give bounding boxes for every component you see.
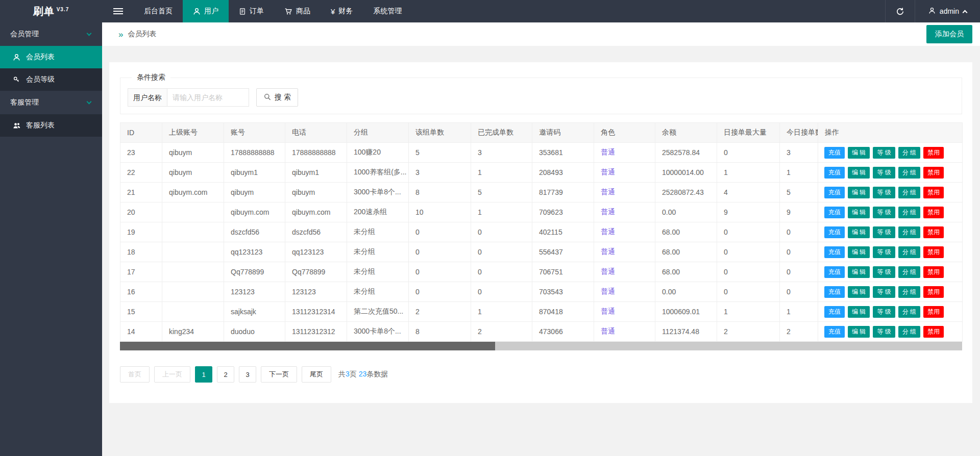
- nav-item-system[interactable]: 系统管理: [363, 0, 412, 22]
- search-icon: [263, 93, 272, 103]
- cell-actions: 充值编 辑等 级分 组禁用: [818, 242, 963, 262]
- disable-button[interactable]: 禁用: [923, 306, 944, 318]
- username-input[interactable]: [167, 88, 249, 107]
- menu-toggle-icon[interactable]: [102, 0, 134, 22]
- nav-item-finance[interactable]: ¥财务: [321, 0, 363, 22]
- page-next-button[interactable]: 下一页: [261, 366, 297, 383]
- cell-group: 3000卡单8个...: [347, 183, 409, 202]
- nav-item-label: 订单: [250, 7, 264, 16]
- group-button[interactable]: 分 组: [898, 326, 920, 338]
- disable-button[interactable]: 禁用: [923, 226, 944, 238]
- disable-button[interactable]: 禁用: [923, 286, 944, 298]
- cell-account: sajksajk: [224, 302, 285, 322]
- group-button[interactable]: 分 组: [898, 306, 920, 318]
- edit-button[interactable]: 编 辑: [848, 167, 870, 179]
- sidebar-item-service-list[interactable]: 客服列表: [0, 114, 102, 137]
- page-number-3[interactable]: 3: [239, 366, 256, 383]
- edit-button[interactable]: 编 辑: [848, 147, 870, 159]
- level-button[interactable]: 等 级: [873, 326, 895, 338]
- recharge-button[interactable]: 充值: [824, 226, 845, 238]
- level-button[interactable]: 等 级: [873, 266, 895, 278]
- recharge-button[interactable]: 充值: [824, 187, 845, 198]
- level-button[interactable]: 等 级: [873, 167, 895, 179]
- edit-button[interactable]: 编 辑: [848, 266, 870, 278]
- group-button[interactable]: 分 组: [898, 226, 920, 238]
- scrollbar-thumb[interactable]: [120, 342, 495, 350]
- add-member-button[interactable]: 添加会员: [926, 25, 972, 43]
- recharge-button[interactable]: 充值: [824, 286, 845, 298]
- cell-invite-code: 473066: [532, 322, 594, 342]
- cell-daily-max: 0: [717, 262, 780, 282]
- cell-parent-account: [162, 242, 224, 262]
- nav-item-users[interactable]: 用户: [183, 0, 229, 22]
- cell-group: 1000养客组(多...: [347, 163, 409, 183]
- level-button[interactable]: 等 级: [873, 147, 895, 159]
- sidebar-item-member-level[interactable]: 会员等级: [0, 68, 102, 91]
- nav-item-home[interactable]: 后台首页: [134, 0, 183, 22]
- disable-button[interactable]: 禁用: [923, 326, 944, 338]
- disable-button[interactable]: 禁用: [923, 167, 944, 179]
- recharge-button[interactable]: 充值: [824, 167, 845, 179]
- refresh-icon[interactable]: [885, 0, 915, 22]
- edit-button[interactable]: 编 辑: [848, 246, 870, 258]
- nav-item-label: 用户: [204, 7, 218, 16]
- cell-balance: 0.00: [655, 282, 717, 302]
- page-number-2[interactable]: 2: [217, 366, 234, 383]
- level-button[interactable]: 等 级: [873, 187, 895, 198]
- cell-daily-max: 0: [717, 143, 780, 163]
- page-first-button: 首页: [120, 366, 150, 383]
- column-header-today-orders: 今日接单数: [780, 123, 818, 143]
- search-button[interactable]: 搜 索: [256, 88, 298, 107]
- recharge-button[interactable]: 充值: [824, 246, 845, 258]
- cell-balance: 68.00: [655, 222, 717, 242]
- cell-phone: 13112312314: [285, 302, 347, 322]
- level-button[interactable]: 等 级: [873, 207, 895, 218]
- edit-button[interactable]: 编 辑: [848, 207, 870, 218]
- admin-menu[interactable]: admin: [915, 0, 980, 22]
- cell-group: 200速杀组: [347, 202, 409, 222]
- level-button[interactable]: 等 级: [873, 306, 895, 318]
- level-button[interactable]: 等 级: [873, 286, 895, 298]
- document-icon: [239, 8, 246, 15]
- cell-id: 14: [120, 322, 162, 342]
- disable-button[interactable]: 禁用: [923, 147, 944, 159]
- edit-button[interactable]: 编 辑: [848, 226, 870, 238]
- group-button[interactable]: 分 组: [898, 207, 920, 218]
- main-area: » 会员列表 添加会员 条件搜索 用户名称 搜 索: [102, 22, 980, 456]
- disable-button[interactable]: 禁用: [923, 266, 944, 278]
- cell-group-orders: 0: [409, 282, 471, 302]
- sidebar-group-service-management[interactable]: 客服管理: [0, 91, 102, 114]
- page-prev-button: 上一页: [154, 366, 190, 383]
- disable-button[interactable]: 禁用: [923, 207, 944, 218]
- cell-group-orders: 0: [409, 242, 471, 262]
- edit-button[interactable]: 编 辑: [848, 187, 870, 198]
- group-button[interactable]: 分 组: [898, 266, 920, 278]
- nav-item-goods[interactable]: 商品: [274, 0, 321, 22]
- disable-button[interactable]: 禁用: [923, 246, 944, 258]
- level-button[interactable]: 等 级: [873, 226, 895, 238]
- group-button[interactable]: 分 组: [898, 147, 920, 159]
- group-button[interactable]: 分 组: [898, 246, 920, 258]
- disable-button[interactable]: 禁用: [923, 187, 944, 198]
- group-button[interactable]: 分 组: [898, 167, 920, 179]
- edit-button[interactable]: 编 辑: [848, 326, 870, 338]
- sidebar-group-member-management[interactable]: 会员管理: [0, 22, 102, 46]
- recharge-button[interactable]: 充值: [824, 306, 845, 318]
- group-button[interactable]: 分 组: [898, 187, 920, 198]
- group-button[interactable]: 分 组: [898, 286, 920, 298]
- edit-button[interactable]: 编 辑: [848, 286, 870, 298]
- recharge-button[interactable]: 充值: [824, 326, 845, 338]
- page-number-1[interactable]: 1: [195, 366, 212, 383]
- edit-button[interactable]: 编 辑: [848, 306, 870, 318]
- username-label: 用户名称: [128, 88, 167, 107]
- nav-item-orders[interactable]: 订单: [229, 0, 274, 22]
- sidebar-item-member-list[interactable]: 会员列表: [0, 46, 102, 68]
- page-last-button[interactable]: 尾页: [302, 366, 331, 383]
- top-nav: 后台首页用户订单商品¥财务系统管理: [134, 0, 412, 22]
- pagination: 首页上一页123下一页尾页共3页 23条数据: [120, 366, 962, 383]
- recharge-button[interactable]: 充值: [824, 147, 845, 159]
- recharge-button[interactable]: 充值: [824, 266, 845, 278]
- horizontal-scrollbar[interactable]: [120, 342, 962, 350]
- recharge-button[interactable]: 充值: [824, 207, 845, 218]
- level-button[interactable]: 等 级: [873, 246, 895, 258]
